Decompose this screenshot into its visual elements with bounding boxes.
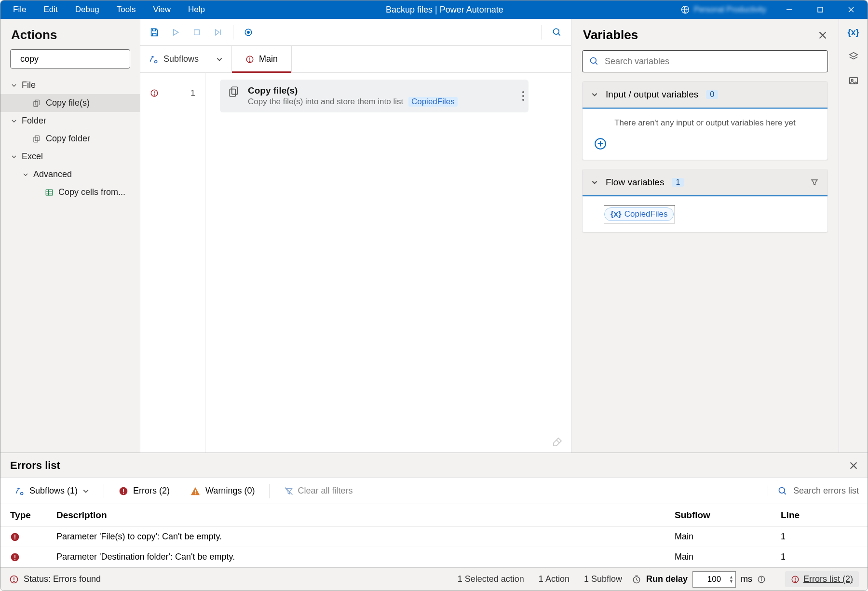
col-subflow[interactable]: Subflow: [675, 510, 781, 521]
warnings-filter-label: Warnings (0): [205, 486, 255, 496]
filter-button[interactable]: [810, 178, 819, 187]
svg-point-13: [247, 31, 250, 34]
layers-icon: [848, 51, 859, 62]
step-more-button[interactable]: [522, 91, 525, 101]
menu-debug[interactable]: Debug: [67, 0, 108, 19]
svg-point-16: [155, 60, 157, 63]
status-actions: 1 Action: [539, 574, 570, 584]
step-copy-files[interactable]: Copy file(s) Copy the file(s) into and s…: [220, 80, 529, 112]
tree-group-label: Excel: [22, 151, 43, 162]
tree-group-folder[interactable]: Folder: [0, 112, 140, 130]
svg-point-57: [761, 577, 762, 578]
menu-file[interactable]: File: [4, 0, 35, 19]
variables-search-input[interactable]: [605, 56, 821, 67]
svg-point-19: [249, 61, 250, 62]
errors-warnings-filter[interactable]: Warnings (0): [184, 486, 260, 496]
error-icon: [791, 575, 800, 584]
action-copy-folder[interactable]: Copy folder: [0, 130, 140, 148]
errors-errors-filter[interactable]: Errors (2): [113, 486, 176, 496]
clear-filters-label: Clear all filters: [298, 486, 353, 496]
svg-point-25: [522, 91, 524, 93]
subflows-dropdown[interactable]: Subflows: [140, 46, 232, 72]
action-copy-files[interactable]: Copy file(s): [0, 94, 140, 112]
tree-group-label: File: [22, 80, 36, 90]
col-desc[interactable]: Description: [56, 510, 675, 521]
col-type[interactable]: Type: [10, 510, 56, 521]
error-line: 1: [781, 532, 858, 542]
chevron-down-icon: [591, 91, 598, 98]
svg-rect-10: [194, 29, 200, 35]
filter-clear-icon: [284, 486, 294, 496]
svg-line-28: [556, 440, 559, 443]
col-line[interactable]: Line: [781, 510, 858, 521]
subflows-filter-label: Subflows (1): [29, 486, 78, 496]
errors-search-placeholder: Search errors list: [793, 486, 859, 496]
step-title: Copy file(s): [248, 85, 521, 96]
record-button[interactable]: [239, 23, 258, 41]
svg-point-39: [123, 493, 124, 494]
rail-layers-button[interactable]: [848, 51, 859, 62]
svg-rect-24: [230, 89, 235, 96]
rail-images-button[interactable]: [848, 75, 859, 86]
svg-rect-9: [46, 190, 53, 195]
svg-point-50: [14, 559, 15, 560]
rail-variables-button[interactable]: {x}: [847, 27, 859, 38]
subflow-icon: [15, 486, 25, 496]
tree-group-excel[interactable]: Excel: [0, 148, 140, 165]
search-flow-button[interactable]: [548, 23, 566, 41]
io-variables-count: 0: [706, 90, 718, 99]
close-button[interactable]: [839, 0, 864, 19]
svg-line-44: [784, 492, 786, 494]
chevron-down-icon: [82, 488, 89, 495]
errors-search[interactable]: Search errors list: [768, 486, 859, 496]
run-next-button[interactable]: [209, 23, 227, 41]
error-desc: Parameter 'Destination folder': Can't be…: [56, 552, 675, 562]
minimize-button[interactable]: [777, 0, 802, 19]
svg-point-41: [195, 493, 196, 494]
svg-rect-6: [34, 101, 38, 107]
flow-variable-chip[interactable]: {x} CopiedFiles: [604, 207, 674, 221]
add-io-variable-button[interactable]: [594, 137, 816, 150]
status-subflows: 1 Subflow: [584, 574, 622, 584]
main-menu: File Edit Debug Tools View Help: [4, 0, 214, 19]
error-solid-icon: [119, 486, 128, 496]
environment-name: Personal Productivity: [694, 5, 766, 14]
tab-main[interactable]: Main: [232, 46, 292, 72]
close-errors-button[interactable]: [849, 461, 858, 470]
eraser-icon[interactable]: [552, 436, 563, 448]
tree-subgroup-advanced[interactable]: Advanced: [0, 165, 140, 183]
run-delay-input[interactable]: 100 ▲▼: [692, 571, 736, 588]
menu-edit[interactable]: Edit: [35, 0, 66, 19]
close-variables-button[interactable]: [818, 31, 827, 40]
error-row[interactable]: Parameter 'File(s) to copy': Can't be em…: [0, 527, 868, 547]
actions-search[interactable]: [10, 49, 130, 69]
variables-search[interactable]: [582, 50, 828, 72]
info-icon[interactable]: [757, 575, 766, 584]
error-icon: [245, 55, 254, 64]
stop-button[interactable]: [188, 23, 206, 41]
action-copy-cells[interactable]: Copy cells from...: [0, 183, 140, 201]
menu-tools[interactable]: Tools: [108, 0, 145, 19]
stop-icon: [192, 28, 201, 37]
svg-line-30: [596, 63, 597, 65]
clear-filters-button[interactable]: Clear all filters: [278, 486, 358, 496]
error-row[interactable]: Parameter 'Destination folder': Can't be…: [0, 547, 868, 567]
errors-subflows-filter[interactable]: Subflows (1): [9, 486, 95, 496]
step-icon: [213, 27, 223, 37]
window-title: Backup files | Power Automate: [214, 5, 676, 15]
maximize-button[interactable]: [808, 0, 833, 19]
run-button[interactable]: [166, 23, 185, 41]
warning-icon: [190, 486, 201, 496]
flow-variables-header[interactable]: Flow variables 1: [583, 169, 827, 196]
menu-help[interactable]: Help: [179, 0, 214, 19]
step-description: Copy the file(s) into and store them int…: [248, 97, 521, 107]
tree-group-file[interactable]: File: [0, 76, 140, 94]
error-desc: Parameter 'File(s) to copy': Can't be em…: [56, 532, 675, 542]
errors-list-link[interactable]: Errors list (2): [785, 571, 859, 587]
io-variables-header[interactable]: Input / output variables 0: [583, 82, 827, 109]
save-button[interactable]: [145, 23, 163, 41]
menu-view[interactable]: View: [145, 0, 180, 19]
actions-search-input[interactable]: [20, 54, 132, 64]
flow-variables-group: Flow variables 1 {x} CopiedFiles: [582, 169, 828, 233]
environment-pill[interactable]: Personal Productivity: [676, 5, 771, 14]
